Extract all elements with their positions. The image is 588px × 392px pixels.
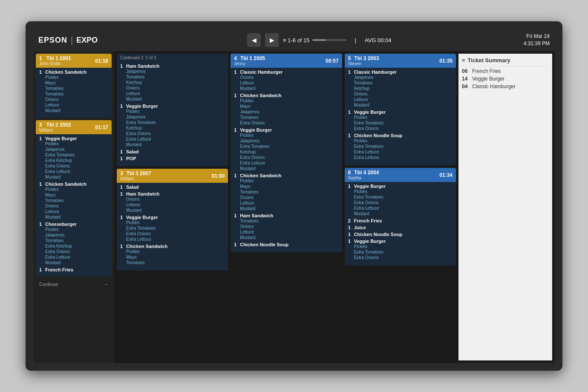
order-item-header: 1 Chicken Sandwich [234,173,338,178]
order-item-header: 1 POP [120,156,225,161]
order-item-header: 1 Ham Sandwich [234,213,338,218]
order-item: 1 Classic Hamburger JalapenosTomatoesKet… [348,69,453,108]
tickets-area: Continued 2: 2 of 2 1 Ham Sandwich Jalap… [114,51,555,363]
order-item-header: 1 Veggie Burger [120,215,225,220]
order-qty: 1 [120,63,124,69]
main-content: 1 Tbl 1 2001 John Smith 01:18 1 Chicken … [33,51,555,363]
order-item: 1 Veggie Burger PicklesExtra TomatoesExt… [120,215,225,242]
column-2: 4 Tbl 1 2005 Jenny 00:57 1 [231,54,342,360]
ticket-5-time: 01:35 [439,58,453,64]
order-mod: PicklesExtra TomatoesExtra LettuceExtra … [348,138,453,160]
order-name: Juice [354,225,366,230]
order-name: Chicken Sandwich [45,69,86,75]
ticket-5-num: 5 [348,55,351,61]
continue-row[interactable]: Continue → [36,279,112,288]
order-name: Chicken Sandwich [126,244,167,249]
ticket-4-body: 1 Classic Hamburger OnionsLettuceMustard… [231,68,342,252]
expo-label: EXPO [76,36,98,45]
ticket-2-body: 1 Veggie Burger PicklesJalapenosExtra To… [36,134,112,277]
summary-item-2: 14 Veggie Burger [462,76,549,82]
order-item-header: 1 Ham Sandwich [120,191,225,196]
summary-name-1: French Fries [472,68,501,74]
order-name: Chicken Sandwich [240,93,281,98]
ticket-6-person: Sophia [348,176,379,180]
ticket-4-left: 4 Tbl 1 2005 Jenny [234,55,265,66]
order-name: Ham Sandwich [240,213,273,218]
page-slider[interactable] [312,39,346,41]
order-mod: PicklesExtra TomatoesExtra Onions [348,244,453,260]
order-qty: 1 [120,215,124,220]
ticket-1-header: 1 Tbl 1 2001 John Smith 01:18 [36,54,112,68]
ticket-3-num: 3 [120,170,123,176]
order-name: Veggie Burger [126,104,158,109]
order-item: 1 Veggie Burger PicklesExtra TomatoesExt… [348,184,453,216]
order-name: Veggie Burger [354,184,386,189]
order-qty: 1 [348,239,352,244]
order-item: 1 Chicken Sandwich PicklesMayoTomatoesTo… [39,69,108,113]
order-name: French Fries [45,267,73,272]
ticket-1-2005: 4 Tbl 1 2005 Jenny 00:57 1 [231,54,342,252]
order-name: Classic Hamburger [240,69,282,75]
order-item-header: 1 Chicken Sandwich [39,69,108,75]
sidebar-ticket-2: 2 Tbl 2 2002 William 01:17 1 Veggie Burg… [36,120,112,277]
order-name: Ham Sandwich [126,191,159,196]
order-name: Veggie Burger [126,215,158,220]
order-item: 1 Chicken Sandwich PicklesMayoTomatoesOn… [39,182,108,220]
order-item: 1 Chicken Noodle Soup PicklesExtra Tomat… [348,133,453,160]
summary-title: Ticket Summary [468,57,510,63]
order-mod: PicklesExtra TomatoesExtra OnionsExtra L… [348,189,453,216]
order-qty: 1 [120,244,124,249]
ticket-3-table: Tbl 3 2007 [127,170,151,176]
order-name: Chicken Sandwich [45,182,86,187]
order-mod: PicklesMayoTomatoesOnionsLettuceMustard [234,178,338,211]
order-mod: TomatoesOnionsLettuceMustard [234,218,338,240]
next-button[interactable]: ▶ [265,33,279,47]
ticket-5-body: 1 Classic Hamburger JalapenosTomatoesKet… [345,68,456,165]
order-qty: 1 [348,133,352,138]
order-item-header: 1 Classic Hamburger [348,69,453,75]
order-name: Chicken Noodle Soup [354,133,403,138]
order-name: POP [126,156,136,161]
order-item-header: 1 Veggie Burger [120,104,225,109]
ticket-2-table: 2 Tbl 2 2002 [39,122,71,128]
ticket-5-header: 5 Tbl 3 2003 Steven 01:35 [345,54,456,68]
order-mod: PicklesExtra TomatoesExtra Onions [348,115,453,131]
order-qty: 1 [348,184,352,189]
ticket-3-body: 1 Salad 1 Ham Sandwich OnionsLettuceMust… [117,183,228,271]
summary-item-1: 06 French Fries [462,68,549,74]
order-mod: PicklesJalapenosTomatoesExtra KetchupExt… [39,227,108,265]
order-item-header: 2 French Fries [348,218,453,223]
order-qty: 1 [39,267,43,272]
ticket-1-person: John Smith [39,61,71,66]
ticket-2-person: William [39,128,71,133]
order-item: 1 Salad [120,184,225,190]
order-qty: 1 [39,136,43,141]
summary-item-3: 04 Classic Hamburger [462,84,549,89]
order-mod: PicklesMayoTomatoesOnionsLettuceMustard [39,187,108,220]
order-item: 1 Veggie Burger PicklesJalapenosExtra To… [39,136,108,180]
order-name: Ham Sandwich [126,63,159,69]
order-name: Veggie Burger [240,127,272,133]
order-qty: 1 [39,69,43,75]
order-item-header: 1 Chicken Noodle Soup [348,232,453,237]
order-item: 1 Chicken Noodle Soup [348,232,453,237]
order-qty: 1 [120,149,124,154]
ticket-6-time: 01:34 [439,172,453,178]
order-item: 1 Salad [120,149,225,154]
order-mod: PicklesJalapenosExtra TomatoesKetchupExt… [234,133,338,171]
order-mod: PicklesJalapenosExtra TomatoesKetchupExt… [120,109,225,147]
order-item-header: 1 Veggie Burger [234,127,338,133]
order-qty: 1 [348,232,352,237]
order-qty: 1 [234,242,238,247]
ticket-5-table: Tbl 3 2003 [354,55,379,61]
summary-count-1: 06 [462,68,470,74]
order-name: Chicken Noodle Soup [240,242,288,247]
order-item: 1 Chicken Sandwich PicklesMayoTomatoesOn… [234,173,338,211]
order-item-header: 1 Salad [120,184,225,190]
order-item: 1 Juice [348,225,453,230]
continued-card: Continued 2: 2 of 2 1 Ham Sandwich Jalap… [117,54,228,166]
ticket-1-body: 1 Chicken Sandwich PicklesMayoTomatoesTo… [36,68,112,118]
prev-button[interactable]: ◀ [247,33,261,47]
order-qty: 1 [39,222,43,227]
order-qty: 1 [234,69,238,75]
